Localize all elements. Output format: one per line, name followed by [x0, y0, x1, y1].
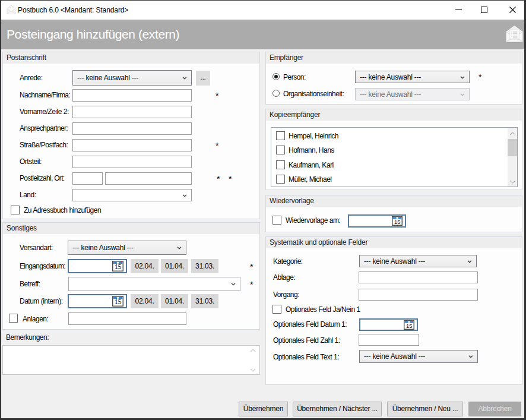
svg-text:15: 15	[115, 264, 122, 270]
svg-text:15: 15	[115, 299, 122, 305]
svg-text:15: 15	[406, 323, 413, 329]
svg-text:15: 15	[394, 219, 401, 225]
